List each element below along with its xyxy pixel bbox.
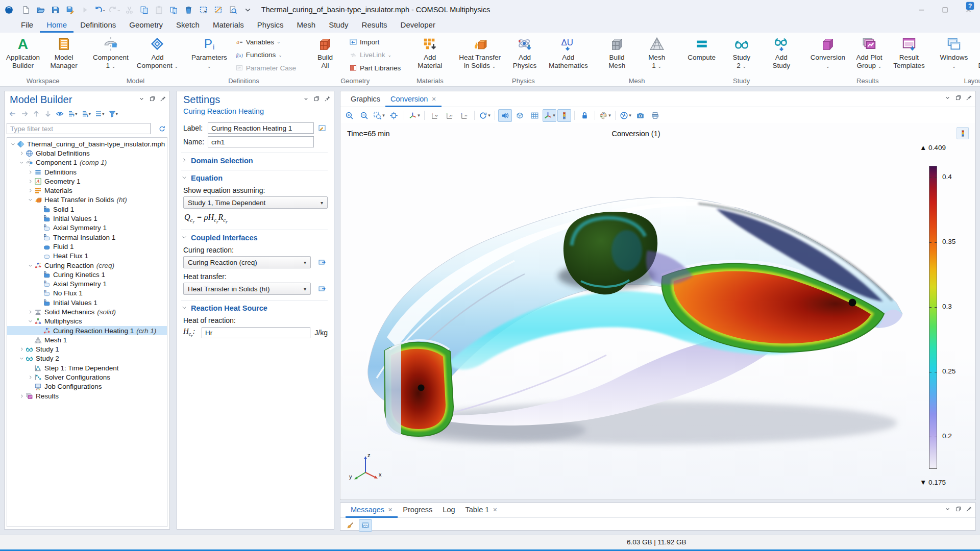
section-coupled-interfaces[interactable]: Coupled Interfaces bbox=[181, 230, 328, 242]
panel-menu-button[interactable] bbox=[303, 95, 309, 102]
panel-float-button[interactable] bbox=[149, 95, 156, 102]
tree-item-mesh-1[interactable]: Mesh 1 bbox=[7, 335, 167, 344]
go-to-curing-reaction-button[interactable] bbox=[316, 257, 328, 268]
zoom-box-button[interactable]: ▾ bbox=[372, 109, 386, 122]
panel-pin-button[interactable] bbox=[966, 94, 972, 101]
collapse-icon[interactable] bbox=[27, 263, 34, 268]
image-snapshot-button[interactable]: ▾ bbox=[619, 109, 632, 122]
tree-item-solid-mechanics[interactable]: Solid Mechanics(solid) bbox=[7, 307, 167, 316]
tree-item-study-1[interactable]: Study 1 bbox=[7, 345, 167, 354]
graphics-tab-graphics[interactable]: Graphics bbox=[346, 93, 385, 107]
menu-tab-study[interactable]: Study bbox=[322, 19, 355, 33]
zoom-extents-button[interactable] bbox=[387, 109, 401, 122]
clear-messages-button[interactable] bbox=[344, 519, 357, 532]
panel-float-button[interactable] bbox=[313, 95, 320, 102]
view-xy-button[interactable]: xy bbox=[428, 109, 442, 122]
maximize-button[interactable] bbox=[933, 0, 957, 19]
go-to-heat-transfer-button[interactable] bbox=[316, 283, 328, 294]
equation-assuming-dropdown[interactable]: Study 1, Time Dependent▾ bbox=[183, 196, 328, 209]
minimize-button[interactable] bbox=[910, 0, 933, 19]
collapse-icon[interactable] bbox=[9, 141, 17, 147]
tree-item-fluid-1[interactable]: Fluid 1 bbox=[7, 242, 167, 251]
ribbon-variables-button[interactable]: a=Variables⌄ bbox=[233, 37, 298, 47]
close-icon[interactable]: ✕ bbox=[493, 507, 497, 513]
heat-transfer-dropdown[interactable]: Heat Transfer in Solids (ht)▾ bbox=[183, 283, 311, 295]
ribbon-component-1-button[interactable]: Component1 ⌄ bbox=[90, 34, 132, 77]
panel-menu-button[interactable] bbox=[944, 94, 951, 101]
nav-back-button[interactable] bbox=[9, 110, 17, 118]
tree-item-definitions[interactable]: Definitions bbox=[7, 167, 167, 177]
menu-tab-home[interactable]: Home bbox=[40, 19, 74, 33]
tree-item-curing-kinetics-1[interactable]: DCuring Kinetics 1 bbox=[7, 270, 167, 279]
expand-icon[interactable] bbox=[27, 374, 34, 380]
settings-subtitle[interactable]: Curing Reaction Heating bbox=[183, 107, 264, 115]
messages-tab-messages[interactable]: Messages✕ bbox=[346, 504, 398, 518]
ribbon-windows-button[interactable]: Windows⌄ bbox=[935, 34, 973, 77]
tree-item-solver-configurations[interactable]: Solver Configurations bbox=[7, 372, 167, 382]
environment-button[interactable] bbox=[513, 109, 527, 122]
ribbon-application-builder-button[interactable]: AApplicationBuilder bbox=[3, 34, 43, 77]
tree-item-multiphysics[interactable]: Multiphysics bbox=[7, 317, 167, 326]
color-palette-button[interactable]: ▾ bbox=[598, 109, 612, 122]
copy-button[interactable] bbox=[137, 3, 151, 17]
run-button[interactable] bbox=[78, 3, 92, 17]
show-grid-button[interactable] bbox=[528, 109, 542, 122]
collapse-icon[interactable] bbox=[27, 318, 34, 324]
delete-button[interactable] bbox=[182, 3, 195, 17]
messages-tab-table-1[interactable]: Table 1✕ bbox=[460, 504, 503, 518]
curing-reaction-dropdown[interactable]: Curing Reaction (creq)▾ bbox=[183, 256, 311, 268]
expand-icon[interactable] bbox=[27, 169, 34, 175]
collapse-level-button[interactable]: ▾ bbox=[81, 110, 91, 118]
tree-item-materials[interactable]: Materials bbox=[7, 186, 167, 195]
open-file-button[interactable] bbox=[34, 3, 47, 17]
nav-forward-button[interactable] bbox=[20, 110, 29, 118]
menu-tab-materials[interactable]: Materials bbox=[206, 19, 251, 33]
refresh-button[interactable] bbox=[156, 123, 167, 134]
tree-item-heat-transfer-in-solids[interactable]: Heat Transfer in Solids(ht) bbox=[7, 195, 167, 205]
color-legend-button[interactable] bbox=[557, 109, 571, 122]
zoom-in-button[interactable] bbox=[342, 109, 356, 122]
tree-item-global-definitions[interactable]: Global Definitions bbox=[7, 148, 167, 158]
panel-menu-button[interactable] bbox=[138, 95, 145, 102]
collapse-icon[interactable] bbox=[18, 356, 26, 361]
tree-item-axial-symmetry-1[interactable]: DAxial Symmetry 1 bbox=[7, 223, 167, 233]
ribbon-heat-transfer-in-solids-button[interactable]: Heat Transferin Solids ⌄ bbox=[456, 34, 504, 77]
panel-pin-button[interactable] bbox=[324, 95, 331, 102]
move-up-button[interactable] bbox=[32, 110, 40, 118]
ribbon-functions-button[interactable]: f(x)Functions⌄ bbox=[233, 50, 298, 60]
rotate-button[interactable]: ▾ bbox=[478, 109, 492, 122]
section-domain-selection[interactable]: Domain Selection bbox=[181, 153, 328, 165]
scene-light-button[interactable] bbox=[498, 109, 512, 122]
ribbon-result-templates-button[interactable]: ResultTemplates bbox=[890, 34, 928, 77]
menu-tab-mesh[interactable]: Mesh bbox=[290, 19, 323, 33]
view-xz-button[interactable]: xz bbox=[457, 109, 471, 122]
expand-icon[interactable] bbox=[18, 393, 26, 399]
menu-tab-sketch[interactable]: Sketch bbox=[169, 19, 206, 33]
plot-area[interactable]: Time=65 min Conversion (1) ▲ 0.409▼ 0.17… bbox=[341, 123, 975, 499]
expand-icon[interactable] bbox=[27, 188, 34, 193]
menu-tab-physics[interactable]: Physics bbox=[251, 19, 290, 33]
ribbon-build-mesh-button[interactable]: BuildMesh bbox=[598, 34, 636, 77]
tree-item-no-flux-1[interactable]: DNo Flux 1 bbox=[7, 289, 167, 298]
ribbon-parameter-case-button[interactable]: P:Parameter Case bbox=[233, 63, 298, 73]
save-button[interactable] bbox=[48, 3, 62, 17]
ribbon-part-libraries-button[interactable]: Part Libraries bbox=[347, 63, 403, 73]
camera-button[interactable] bbox=[633, 109, 647, 122]
menu-tab-geometry[interactable]: Geometry bbox=[122, 19, 169, 33]
menu-tab-file[interactable]: File bbox=[14, 19, 40, 33]
expand-icon[interactable] bbox=[18, 151, 26, 156]
ribbon-add-component-button[interactable]: AddComponent ⌄ bbox=[134, 34, 181, 77]
ribbon-livelink-button[interactable]: LiveLink⌄ bbox=[347, 50, 403, 60]
name-field[interactable] bbox=[208, 136, 314, 147]
new-file-button[interactable] bbox=[19, 3, 33, 17]
clear-selection-button[interactable] bbox=[211, 3, 225, 17]
heat-of-reaction-input[interactable] bbox=[202, 327, 310, 338]
cut-button[interactable] bbox=[122, 3, 136, 17]
messages-tab-progress[interactable]: Progress bbox=[398, 504, 437, 518]
graphics-tab-conversion[interactable]: Conversion✕ bbox=[385, 93, 442, 107]
undo-button[interactable]: ⌄ bbox=[93, 3, 107, 17]
close-icon[interactable]: ✕ bbox=[431, 96, 436, 103]
tree-item-step-1-time-dependent[interactable]: Step 1: Time Dependent bbox=[7, 363, 167, 372]
panel-pin-button[interactable] bbox=[966, 506, 972, 512]
print-button[interactable] bbox=[648, 109, 662, 122]
